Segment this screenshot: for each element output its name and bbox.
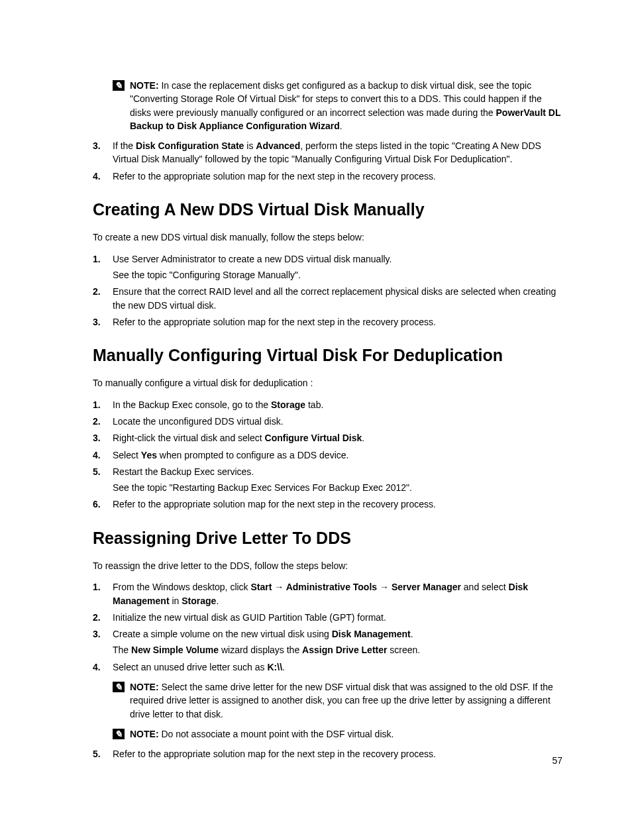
step-item: 4. Select an unused drive letter such as… xyxy=(93,660,562,674)
step-number: 5. xyxy=(93,465,113,495)
step-text: In the Backup Exec console, go to the St… xyxy=(113,398,562,411)
note-icon: ✎ xyxy=(113,682,125,692)
step-number: 3. xyxy=(93,139,113,166)
note-icon: ✎ xyxy=(113,729,125,739)
step-number: 3. xyxy=(93,431,113,445)
step-item: 4. Select Yes when prompted to configure… xyxy=(93,448,562,462)
step-item: 3. Create a simple volume on the new vir… xyxy=(93,627,562,657)
step-text: Refer to the appropriate solution map fo… xyxy=(113,170,562,183)
step-item: 2. Initialize the new virtual disk as GU… xyxy=(93,611,562,624)
step-number: 1. xyxy=(93,398,113,411)
section-steps: 1. Use Server Administrator to create a … xyxy=(93,252,562,329)
continuation-steps: 3. If the Disk Configuration State is Ad… xyxy=(93,139,562,183)
step-number: 2. xyxy=(93,611,113,624)
section-heading: Reassigning Drive Letter To DDS xyxy=(93,526,562,550)
note-block: ✎ NOTE: Select the same drive letter for… xyxy=(113,680,562,721)
step-item: 3. Refer to the appropriate solution map… xyxy=(93,315,562,329)
step-text: Initialize the new virtual disk as GUID … xyxy=(113,611,562,624)
note-text: NOTE: Do not associate a mount point wit… xyxy=(130,727,562,741)
step-item: 5. Refer to the appropriate solution map… xyxy=(93,747,562,761)
step-item: 3. Right-click the virtual disk and sele… xyxy=(93,431,562,445)
section-heading: Creating A New DDS Virtual Disk Manually xyxy=(93,197,562,221)
step-item: 4. Refer to the appropriate solution map… xyxy=(93,170,562,183)
step-text: From the Windows desktop, click Start → … xyxy=(113,580,562,607)
section-heading: Manually Configuring Virtual Disk For De… xyxy=(93,343,562,367)
section-steps: 5. Refer to the appropriate solution map… xyxy=(93,747,562,761)
step-number: 2. xyxy=(93,285,113,312)
step-item: 1. From the Windows desktop, click Start… xyxy=(93,580,562,607)
step-item: 1. Use Server Administrator to create a … xyxy=(93,252,562,282)
note-block: ✎ NOTE: Do not associate a mount point w… xyxy=(113,727,562,741)
step-item: 3. If the Disk Configuration State is Ad… xyxy=(93,139,562,166)
step-number: 5. xyxy=(93,747,113,761)
section-intro: To reassign the drive letter to the DDS,… xyxy=(93,559,562,572)
step-item: 2. Locate the unconfigured DDS virtual d… xyxy=(93,415,562,428)
step-number: 1. xyxy=(93,252,113,282)
step-number: 3. xyxy=(93,315,113,329)
step-number: 4. xyxy=(93,170,113,183)
note-text: NOTE: In case the replacement disks get … xyxy=(130,79,562,132)
step-text: Restart the Backup Exec services. See th… xyxy=(113,465,562,495)
section-steps: 1. From the Windows desktop, click Start… xyxy=(93,580,562,674)
step-number: 1. xyxy=(93,580,113,607)
note-icon: ✎ xyxy=(113,80,125,91)
section-intro: To create a new DDS virtual disk manuall… xyxy=(93,231,562,244)
step-number: 4. xyxy=(93,660,113,674)
step-text: Create a simple volume on the new virtua… xyxy=(113,627,562,657)
page-number: 57 xyxy=(552,754,562,767)
note-block: ✎ NOTE: In case the replacement disks ge… xyxy=(113,79,562,132)
step-number: 2. xyxy=(93,415,113,428)
document-page: ✎ NOTE: In case the replacement disks ge… xyxy=(0,0,632,840)
step-text: Refer to the appropriate solution map fo… xyxy=(113,747,562,761)
step-text: Refer to the appropriate solution map fo… xyxy=(113,498,562,511)
step-number: 3. xyxy=(93,627,113,657)
note-text: NOTE: Select the same drive letter for t… xyxy=(130,680,562,721)
step-text: Refer to the appropriate solution map fo… xyxy=(113,315,562,329)
step-item: 6. Refer to the appropriate solution map… xyxy=(93,498,562,511)
step-item: 1. In the Backup Exec console, go to the… xyxy=(93,398,562,411)
section-intro: To manually configure a virtual disk for… xyxy=(93,376,562,390)
step-text: Select Yes when prompted to configure as… xyxy=(113,448,562,462)
step-text: Use Server Administrator to create a new… xyxy=(113,252,562,282)
step-text: If the Disk Configuration State is Advan… xyxy=(113,139,562,166)
step-item: 2. Ensure that the correct RAID level an… xyxy=(93,285,562,312)
step-text: Right-click the virtual disk and select … xyxy=(113,431,562,445)
step-text: Locate the unconfigured DDS virtual disk… xyxy=(113,415,562,428)
step-number: 6. xyxy=(93,498,113,511)
step-number: 4. xyxy=(93,448,113,462)
section-steps: 1. In the Backup Exec console, go to the… xyxy=(93,398,562,511)
step-item: 5. Restart the Backup Exec services. See… xyxy=(93,465,562,495)
step-text: Ensure that the correct RAID level and a… xyxy=(113,285,562,312)
step-text: Select an unused drive letter such as K:… xyxy=(113,660,562,674)
